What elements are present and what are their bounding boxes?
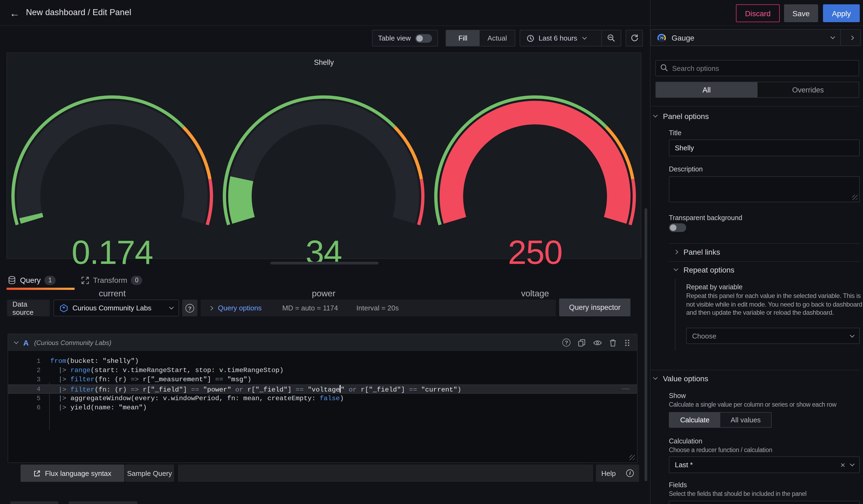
gauge-arc — [218, 52, 429, 259]
help-label: Help — [601, 469, 616, 477]
select-placeholder: Choose — [692, 332, 851, 340]
sidebar-divider — [650, 0, 650, 504]
flux-syntax-button[interactable]: Flux language syntax — [21, 465, 124, 482]
gauge-power: 34 power — [218, 52, 429, 259]
actual-tab[interactable]: Actual — [480, 30, 515, 46]
search-icon — [660, 64, 668, 74]
trash-icon[interactable] — [609, 339, 616, 346]
breadcrumb: New dashboard / Edit Panel — [26, 8, 132, 17]
search-options-input[interactable] — [655, 60, 859, 76]
panel-title-input[interactable] — [669, 139, 860, 156]
active-tab-indicator — [7, 288, 75, 290]
query-card-header: A (Curious Community Labs) ? — [8, 334, 637, 351]
tab-query[interactable]: Query 1 — [8, 272, 56, 288]
section-value-options[interactable]: Value options — [654, 374, 708, 383]
chevron-down-icon — [674, 267, 678, 271]
query-count-badge: 1 — [44, 276, 56, 285]
refresh-button[interactable] — [626, 30, 643, 47]
query-inspector-button[interactable]: Query inspector — [559, 299, 630, 316]
visualization-picker[interactable]: 79 Gauge — [650, 29, 861, 46]
edit-panel-page: ← New dashboard / Edit Panel Discard Sav… — [0, 0, 863, 504]
textarea-resize-grip[interactable] — [852, 195, 858, 200]
section-title: Panel links — [684, 248, 720, 256]
clear-icon[interactable]: × — [840, 461, 845, 469]
switch-knob — [416, 35, 423, 41]
transparent-background-switch[interactable] — [669, 223, 686, 232]
fill-actual-segmented: Fill Actual — [446, 30, 515, 47]
fields-select-partial[interactable] — [669, 501, 860, 504]
panel-description-textarea[interactable] — [669, 176, 860, 202]
duplicate-icon[interactable] — [578, 339, 586, 346]
divider — [650, 370, 860, 370]
time-range-picker[interactable]: Last 6 hours — [520, 34, 601, 42]
calculate-tab[interactable]: Calculate — [670, 413, 720, 427]
apply-button[interactable]: Apply — [823, 4, 860, 22]
chevron-down-icon — [653, 113, 658, 118]
repeat-by-variable-label: Repeat by variable — [686, 284, 742, 291]
all-values-tab[interactable]: All values — [720, 413, 771, 427]
transparent-background-label: Transparent background — [669, 214, 742, 222]
zoom-out-button[interactable] — [602, 30, 621, 46]
chevron-down-icon — [653, 375, 658, 380]
fill-tab[interactable]: Fill — [446, 30, 480, 46]
help-button[interactable]: Help i — [596, 465, 639, 482]
show-description: Calculate a single value per column or s… — [669, 401, 837, 408]
add-query-button-partial[interactable] — [10, 501, 59, 504]
table-view-label: Table view — [378, 34, 411, 42]
clock-icon — [527, 34, 534, 42]
datasource-name: Curious Community Labs — [73, 304, 165, 312]
gauge-voltage: 250 voltage — [429, 52, 641, 259]
chevron-down-icon — [850, 462, 855, 466]
datasource-label: Data source — [7, 300, 50, 316]
search-options-field[interactable] — [655, 60, 859, 76]
gauge-arc — [429, 52, 641, 259]
gauge-value: 0.174 — [7, 236, 218, 269]
drag-handle-icon[interactable] — [624, 339, 630, 346]
calculation-select[interactable]: Last * × — [669, 456, 860, 473]
footer-spacer — [178, 465, 593, 482]
calculation-label: Calculation — [669, 438, 702, 445]
datasource-picker[interactable]: Curious Community Labs — [53, 300, 179, 316]
fields-description: Select the fields that should be include… — [669, 491, 806, 497]
gauge-label: current — [7, 289, 218, 299]
datasource-help-button[interactable]: ? — [182, 300, 197, 316]
gauge-label: power — [218, 289, 429, 299]
chevron-down-icon — [169, 305, 174, 310]
section-panel-links[interactable]: Panel links — [674, 248, 720, 256]
back-arrow-icon[interactable]: ← — [8, 7, 22, 21]
table-view-switch[interactable] — [415, 34, 432, 42]
repeat-variable-select[interactable]: Choose — [686, 328, 860, 344]
divider — [650, 106, 860, 106]
add-expression-button-partial[interactable] — [69, 501, 137, 504]
tab-all[interactable]: All — [656, 82, 757, 97]
eye-icon[interactable] — [593, 339, 602, 346]
section-repeat-options[interactable]: Repeat options — [674, 265, 734, 274]
tab-overrides[interactable]: Overrides — [757, 82, 859, 97]
all-overrides-tabs: All Overrides — [655, 81, 859, 98]
time-range-label: Last 6 hours — [539, 34, 577, 42]
calculation-description: Choose a reducer function / calculation — [669, 447, 772, 453]
collapse-chevron-icon[interactable] — [14, 340, 18, 344]
time-controls: Last 6 hours — [520, 30, 621, 47]
flux-code-editor[interactable]: 1from(bucket: "shelly")2 |> range(start:… — [8, 351, 637, 462]
gauge-arc — [7, 52, 218, 259]
divider — [840, 30, 841, 46]
tab-transform[interactable]: Transform 0 — [81, 272, 142, 288]
query-options-link[interactable]: Query options — [218, 304, 262, 312]
sample-query-button[interactable]: Sample Query — [125, 465, 174, 482]
main-scrollbar-thumb[interactable] — [645, 208, 647, 481]
section-panel-options[interactable]: Panel options — [654, 112, 709, 121]
query-help-icon[interactable]: ? — [562, 339, 571, 346]
divider — [669, 261, 860, 262]
editor-resize-grip[interactable] — [629, 455, 635, 460]
gauge-value: 250 — [429, 236, 641, 269]
discard-button[interactable]: Discard — [736, 4, 780, 22]
code-lines: 1from(bucket: "shelly")2 |> range(start:… — [8, 351, 637, 413]
save-button[interactable]: Save — [784, 4, 818, 22]
transform-count-badge: 0 — [131, 276, 142, 285]
interval-text: Interval = 20s — [357, 304, 399, 312]
chevron-right-icon — [209, 306, 213, 311]
help-circle-icon: ? — [186, 304, 194, 312]
section-title: Value options — [663, 374, 708, 383]
pane-resize-handle[interactable] — [270, 262, 378, 264]
